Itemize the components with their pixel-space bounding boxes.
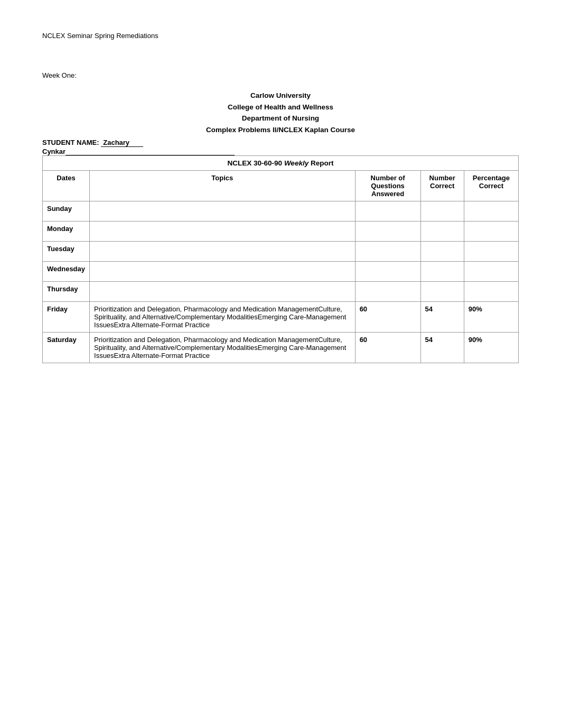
header-line4: Complex Problems II/NCLEX Kaplan Course (42, 124, 519, 136)
day-cell: Thursday (43, 282, 90, 302)
table-row: Monday (43, 222, 519, 242)
student-name-underline: Zachary (101, 139, 143, 147)
week-label: Week One: (42, 71, 519, 79)
header-line1: Carlow University (42, 90, 519, 102)
day-cell: Sunday (43, 201, 90, 222)
correct-cell: 54 (420, 333, 464, 363)
report-title-italic: Weekly (284, 159, 308, 167)
report-title-row: NCLEX 30-60-90 Weekly Report (43, 156, 519, 171)
table-row: FridayPrioritization and Delegation, Pha… (43, 302, 519, 333)
student-name-label: STUDENT NAME: (42, 139, 99, 146)
col-percentage: Percentage Correct (464, 171, 518, 201)
topics-cell: Prioritization and Delegation, Pharmacol… (90, 333, 356, 363)
percentage-cell: 90% (464, 302, 518, 333)
cynkar-text: Cynkar (42, 148, 66, 155)
correct-cell (420, 262, 464, 282)
col-number-correct: Number Correct (420, 171, 464, 201)
header-row: Dates Topics Number of Questions Answere… (43, 171, 519, 201)
center-header: Carlow University College of Health and … (42, 90, 519, 135)
day-cell: Friday (43, 302, 90, 333)
cynkar-line: Cynkar (42, 147, 519, 155)
percentage-cell: 90% (464, 333, 518, 363)
table-row: Sunday (43, 201, 519, 222)
table-row: SaturdayPrioritization and Delegation, P… (43, 333, 519, 363)
correct-cell (420, 282, 464, 302)
topics-cell (90, 222, 356, 242)
topics-cell (90, 242, 356, 262)
table-row: Wednesday (43, 262, 519, 282)
report-title-text: NCLEX 30-60-90 (228, 159, 284, 167)
header-line2: College of Health and Wellness (42, 102, 519, 113)
cynkar-underline (66, 147, 235, 155)
questions-cell (355, 282, 420, 302)
correct-cell: 54 (420, 302, 464, 333)
day-cell: Monday (43, 222, 90, 242)
day-cell: Wednesday (43, 262, 90, 282)
percentage-cell (464, 222, 518, 242)
topics-cell (90, 282, 356, 302)
correct-cell (420, 222, 464, 242)
col-questions: Number of Questions Answered (355, 171, 420, 201)
student-name-block: STUDENT NAME: Zachary (42, 139, 519, 147)
percentage-cell (464, 201, 518, 222)
topics-cell (90, 201, 356, 222)
day-cell: Saturday (43, 333, 90, 363)
doc-title: NCLEX Seminar Spring Remediations (42, 32, 519, 40)
topics-cell (90, 262, 356, 282)
questions-cell (355, 262, 420, 282)
questions-cell (355, 222, 420, 242)
report-title-end: Report (308, 159, 333, 167)
col-topics: Topics (90, 171, 356, 201)
report-table: NCLEX 30-60-90 Weekly Report Dates Topic… (42, 155, 519, 363)
percentage-cell (464, 282, 518, 302)
questions-cell: 60 (355, 302, 420, 333)
correct-cell (420, 242, 464, 262)
day-cell: Tuesday (43, 242, 90, 262)
report-title-cell: NCLEX 30-60-90 Weekly Report (43, 156, 519, 171)
table-row: Tuesday (43, 242, 519, 262)
percentage-cell (464, 242, 518, 262)
topics-cell: Prioritization and Delegation, Pharmacol… (90, 302, 356, 333)
percentage-cell (464, 262, 518, 282)
table-row: Thursday (43, 282, 519, 302)
questions-cell (355, 201, 420, 222)
questions-cell (355, 242, 420, 262)
col-dates: Dates (43, 171, 90, 201)
questions-cell: 60 (355, 333, 420, 363)
correct-cell (420, 201, 464, 222)
header-line3: Department of Nursing (42, 113, 519, 124)
